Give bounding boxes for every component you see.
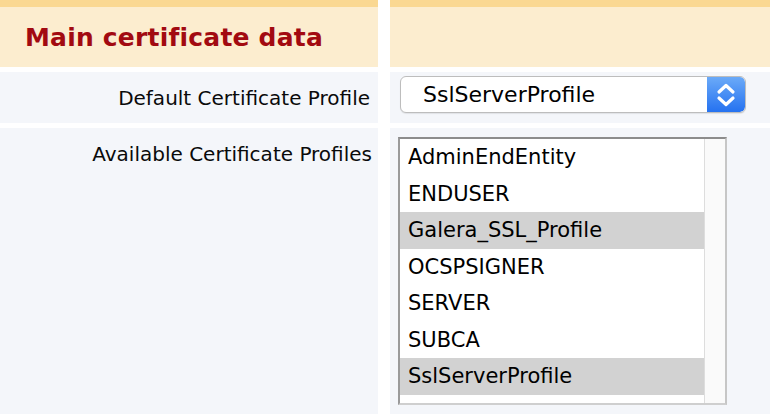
main-certificate-data-panel: Main certificate data Default Certificat… [0,0,770,414]
available-profiles-control-cell: AdminEndEntityENDUSERGalera_SSL_ProfileO… [390,128,770,414]
cell-gap [378,72,390,123]
section-header-cell: Main certificate data [0,0,378,67]
default-profile-row: Default Certificate Profile SslServerPro… [0,72,770,123]
available-profiles-listbox[interactable]: AdminEndEntityENDUSERGalera_SSL_ProfileO… [398,137,727,405]
list-option[interactable]: SslServerProfile [400,358,704,395]
chevron-up-down-icon [707,77,745,112]
cell-gap [378,0,390,67]
list-option[interactable]: SUBCA [400,322,704,359]
available-profiles-options: AdminEndEntityENDUSERGalera_SSL_ProfileO… [400,139,704,403]
cell-gap [378,128,390,414]
default-profile-select[interactable]: SslServerProfile [400,76,746,113]
default-profile-control-cell: SslServerProfile [390,72,770,123]
available-profiles-row: Available Certificate Profiles AdminEndE… [0,128,770,414]
list-option[interactable]: ENDUSER [400,176,704,213]
default-profile-label: Default Certificate Profile [118,86,370,110]
list-option[interactable]: AdminEndEntity [400,139,704,176]
list-option[interactable]: OCSPSIGNER [400,249,704,286]
section-header-cell-right [390,0,770,67]
available-profiles-label-cell: Available Certificate Profiles [0,128,378,414]
section-title: Main certificate data [25,23,323,52]
scrollbar-track[interactable] [704,139,725,403]
list-option[interactable]: SERVER [400,285,704,322]
list-option[interactable]: Galera_SSL_Profile [400,212,704,249]
section-header-row: Main certificate data [0,0,770,67]
default-profile-select-value: SslServerProfile [401,77,707,112]
default-profile-label-cell: Default Certificate Profile [0,72,378,123]
available-profiles-label: Available Certificate Profiles [92,142,372,166]
